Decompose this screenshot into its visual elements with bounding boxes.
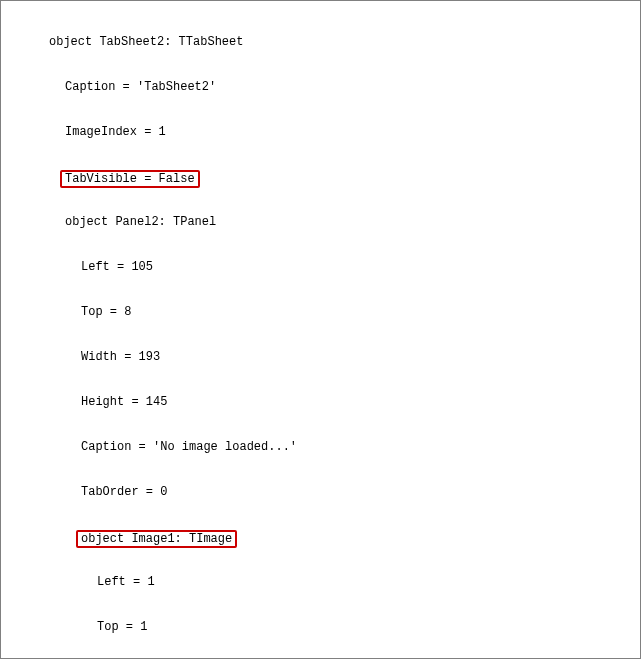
code-line: Top = 1 — [1, 620, 640, 635]
code-line: object Panel2: TPanel — [1, 215, 640, 230]
code-line: Caption = 'TabSheet2' — [1, 80, 640, 95]
code-line-highlighted: TabVisible = False — [1, 170, 640, 185]
code-line: Caption = 'No image loaded...' — [1, 440, 640, 455]
code-line: Left = 105 — [1, 260, 640, 275]
code-line: object TabSheet2: TTabSheet — [1, 35, 640, 50]
code-line: Left = 1 — [1, 575, 640, 590]
highlight-box: object Image1: TImage — [76, 530, 237, 548]
code-line: ImageIndex = 1 — [1, 125, 640, 140]
code-line-highlighted: object Image1: TImage — [1, 530, 640, 545]
code-line: TabOrder = 0 — [1, 485, 640, 500]
code-line: Width = 193 — [1, 350, 640, 365]
code-line: Top = 8 — [1, 305, 640, 320]
dfm-source-code: object TabSheet2: TTabSheet Caption = 'T… — [1, 1, 640, 659]
highlight-box: TabVisible = False — [60, 170, 200, 188]
code-line: Height = 145 — [1, 395, 640, 410]
